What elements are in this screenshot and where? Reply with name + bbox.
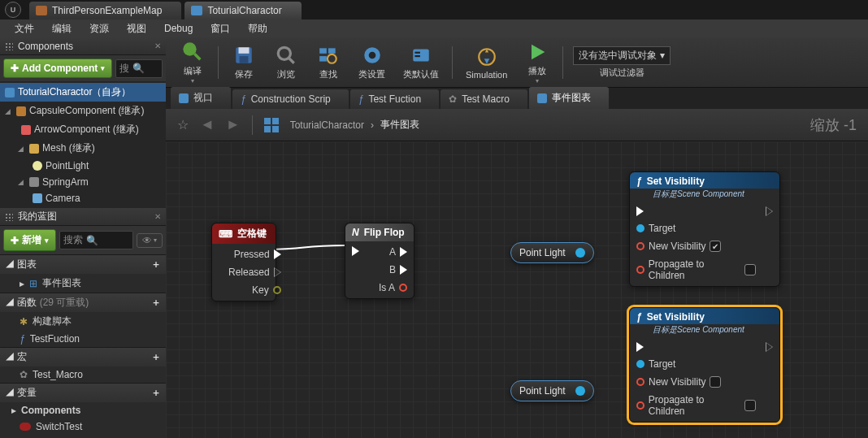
pin-exec-out[interactable] bbox=[766, 342, 773, 352]
pin-propagate[interactable]: Propagate to Children bbox=[636, 258, 756, 281]
pin-b[interactable]: B bbox=[389, 264, 407, 275]
graph-canvas[interactable]: ⌨空格键 Pressed Released Key NFlip Flop bbox=[166, 141, 868, 438]
item-components-var[interactable]: ▸Components bbox=[0, 402, 166, 418]
tab-test-macro[interactable]: ✿Test Macro bbox=[441, 89, 527, 109]
breadcrumb-root[interactable]: ToturialCharactor bbox=[290, 119, 364, 131]
svg-rect-3 bbox=[239, 47, 250, 54]
simulation-button[interactable]: Simulation bbox=[458, 40, 515, 85]
menu-edit[interactable]: 编辑 bbox=[44, 20, 80, 37]
my-blueprint-header[interactable]: 我的蓝图 ✕ bbox=[0, 208, 166, 226]
tab-blueprint[interactable]: ToturialCharactor bbox=[184, 2, 301, 20]
tree-item-camera[interactable]: Camera bbox=[0, 190, 166, 206]
node-set-visibility-2[interactable]: ƒSet Visibility 目标是Scene Component Targe… bbox=[629, 307, 780, 423]
add-graph-icon[interactable]: ＋ bbox=[151, 258, 161, 271]
pin-exec-in[interactable] bbox=[352, 246, 359, 256]
editor-area: 编译▾ 保存 浏览 查找 类设置 类默认值 Simulation 播放▾ 没有选… bbox=[166, 37, 868, 438]
favorite-icon[interactable]: ☆ bbox=[177, 117, 189, 132]
tab-test-function[interactable]: ƒTest Fuction bbox=[350, 89, 439, 109]
menu-file[interactable]: 文件 bbox=[7, 20, 42, 37]
save-button[interactable]: 保存 bbox=[224, 40, 264, 85]
panel-title: Components bbox=[18, 41, 73, 52]
pin-a[interactable]: A bbox=[389, 246, 407, 258]
nav-forward-button[interactable]: ► bbox=[226, 116, 241, 133]
menu-view[interactable]: 视图 bbox=[119, 20, 154, 37]
node-input-space[interactable]: ⌨空格键 Pressed Released Key bbox=[211, 223, 276, 301]
pin-isa[interactable]: Is A bbox=[379, 282, 407, 293]
checkbox-unchecked[interactable] bbox=[744, 264, 756, 275]
search-icon: 🔍 bbox=[132, 63, 145, 74]
breadcrumb-leaf[interactable]: 事件图表 bbox=[380, 118, 419, 132]
pin-exec-in[interactable] bbox=[636, 206, 756, 216]
pin-out[interactable] bbox=[575, 248, 585, 258]
editor-tabs: 视口 ƒConstruction Scrip ƒTest Fuction ✿Te… bbox=[166, 88, 868, 109]
menu-asset[interactable]: 资源 bbox=[81, 20, 117, 37]
item-switchtest[interactable]: SwitchTest bbox=[0, 418, 166, 435]
add-function-icon[interactable]: ＋ bbox=[151, 296, 161, 310]
tab-construction[interactable]: ƒConstruction Scrip bbox=[232, 89, 349, 109]
function-icon: ƒ bbox=[636, 311, 642, 323]
pin-new-visibility[interactable]: New Visibility✔ bbox=[636, 241, 756, 252]
browse-button[interactable]: 浏览 bbox=[266, 40, 306, 85]
checkbox-checked[interactable]: ✔ bbox=[710, 241, 721, 252]
play-button[interactable]: 播放▾ bbox=[517, 40, 558, 85]
item-testmacro[interactable]: ✿Test_Macro bbox=[0, 366, 166, 383]
close-icon[interactable]: ✕ bbox=[154, 41, 161, 50]
node-title: 空格键 bbox=[237, 227, 267, 241]
var-label: Point Light bbox=[519, 385, 566, 397]
components-search-input[interactable]: 搜🔍 bbox=[115, 59, 163, 78]
pin-propagate[interactable]: Propagate to Children bbox=[636, 394, 756, 417]
components-panel-header[interactable]: Components ✕ bbox=[0, 37, 166, 55]
item-construct[interactable]: ✱构建脚本 bbox=[0, 312, 166, 331]
close-icon[interactable]: ✕ bbox=[154, 212, 161, 221]
pin-target[interactable]: Target bbox=[636, 358, 756, 370]
tab-event-graph[interactable]: 事件图表 bbox=[529, 87, 609, 109]
view-options-button[interactable]: 👁▾ bbox=[137, 233, 163, 248]
item-eventgraph[interactable]: ▸⊞事件图表 bbox=[0, 274, 166, 293]
mybp-search-input[interactable]: 搜索🔍 bbox=[59, 231, 133, 249]
node-var-pointlight-1[interactable]: Point Light bbox=[510, 242, 594, 263]
menu-help[interactable]: 帮助 bbox=[240, 20, 276, 37]
tree-item-springarm[interactable]: ◢SpringArm bbox=[0, 174, 166, 190]
pin-out[interactable] bbox=[575, 386, 585, 396]
pin-exec-out[interactable] bbox=[766, 206, 773, 216]
pin-pressed[interactable]: Pressed bbox=[234, 249, 281, 260]
pin-new-visibility[interactable]: New Visibility bbox=[636, 376, 756, 388]
pin-key[interactable]: Key bbox=[252, 284, 281, 296]
compile-button[interactable]: 编译▾ bbox=[172, 40, 213, 85]
node-var-pointlight-2[interactable]: Point Light bbox=[510, 380, 594, 401]
item-testfunction[interactable]: ƒTestFuction bbox=[0, 331, 166, 347]
node-title: Set Visibility bbox=[647, 311, 705, 323]
debug-object-selector[interactable]: 没有选中调试对象▾ bbox=[573, 46, 671, 65]
pin-target[interactable]: Target bbox=[636, 223, 756, 234]
checkbox-unchecked[interactable] bbox=[710, 376, 721, 388]
node-flipflop[interactable]: NFlip Flop A B Is A bbox=[345, 223, 414, 299]
keyboard-icon: ⌨ bbox=[219, 228, 232, 240]
pin-released[interactable]: Released bbox=[228, 267, 281, 278]
class-defaults-button[interactable]: 类默认值 bbox=[395, 40, 447, 85]
section-variables[interactable]: ◢ 变量＋ bbox=[0, 383, 166, 402]
tree-item-arrow[interactable]: ArrowComponent (继承) bbox=[0, 120, 166, 139]
tree-item-mesh[interactable]: ◢Mesh (继承) bbox=[0, 139, 166, 158]
menu-window[interactable]: 窗口 bbox=[202, 20, 238, 37]
pin-exec-in[interactable] bbox=[636, 342, 756, 352]
add-component-button[interactable]: ✚Add Component bbox=[3, 59, 112, 78]
section-graphs[interactable]: ◢ 图表＋ bbox=[0, 254, 166, 274]
nav-back-button[interactable]: ◄ bbox=[200, 116, 215, 133]
add-new-button[interactable]: ✚新增 bbox=[3, 229, 56, 251]
tree-item-capsule[interactable]: ◢CapsuleComponent (继承) bbox=[0, 102, 166, 120]
find-button[interactable]: 查找 bbox=[308, 40, 349, 85]
section-functions[interactable]: ◢ 函数 (29 可重载)＋ bbox=[0, 293, 166, 312]
add-variable-icon[interactable]: ＋ bbox=[151, 386, 161, 400]
node-set-visibility-1[interactable]: ƒSet Visibility 目标是Scene Component Targe… bbox=[629, 171, 780, 287]
checkbox-unchecked[interactable] bbox=[744, 400, 756, 411]
menu-debug[interactable]: Debug bbox=[156, 21, 201, 36]
add-macro-icon[interactable]: ＋ bbox=[151, 350, 161, 364]
section-macros[interactable]: ◢ 宏＋ bbox=[0, 347, 166, 366]
tab-viewport[interactable]: 视口 bbox=[171, 87, 231, 109]
graph-icon bbox=[264, 118, 279, 132]
class-settings-button[interactable]: 类设置 bbox=[350, 40, 393, 85]
tab-level[interactable]: ThirdPersonExampleMap bbox=[29, 2, 181, 20]
tree-item-pointlight[interactable]: PointLight bbox=[0, 158, 166, 174]
breadcrumb[interactable]: ToturialCharactor › 事件图表 bbox=[290, 118, 419, 132]
tree-item-self[interactable]: ToturialCharactor（自身） bbox=[0, 83, 166, 102]
